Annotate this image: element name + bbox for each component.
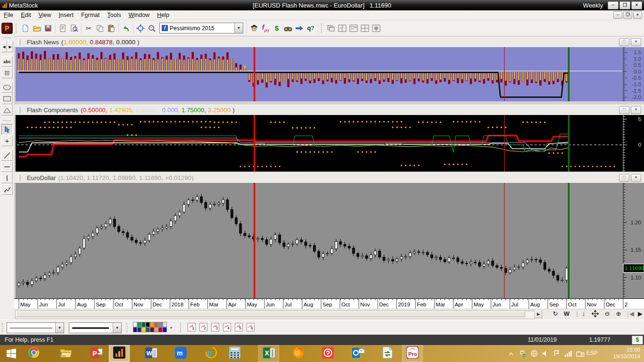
panel-grip[interactable] [18,39,20,45]
layout-chart-button[interactable] [348,23,359,34]
quotes-button[interactable]: q? [305,23,316,34]
menu-tools[interactable]: Tools [103,11,124,19]
menu-window[interactable]: Window [125,11,153,19]
color-swatch[interactable] [158,327,163,332]
color-swatch[interactable] [137,322,141,327]
panel-grip[interactable] [18,107,20,113]
zoom-tool-button[interactable] [146,23,157,34]
ellipse-tool-button[interactable] [1,82,13,93]
minimize-button[interactable]: – [608,1,619,9]
child-close-button[interactable]: × [633,11,642,19]
color-swatch[interactable] [133,327,137,332]
panel-close-button[interactable]: × [631,174,641,182]
taskbar-pro-button[interactable]: Pro [402,345,423,362]
system-tester-button[interactable]: $ [271,23,282,34]
child-minimize-button[interactable]: – [613,11,622,19]
taskbar-clock[interactable]: 22:00 19/10/2019 [613,346,640,360]
usb-icon[interactable] [519,350,526,359]
child-restore-button[interactable]: ❒ [623,11,632,19]
taskbar-chrome-button[interactable] [24,345,44,362]
color-swatch[interactable] [154,322,158,327]
currency-button[interactable]: $ [632,336,643,345]
template-button-2[interactable]: 2 [199,323,207,331]
combo-dropdown-button[interactable]: ▼ [113,323,121,333]
taskbar-explorer-button[interactable] [56,345,76,362]
panel-header-flash-components[interactable]: Flash Components (0.50000, 1.42905, 0.66… [14,105,644,115]
eurodollar-chart[interactable]: 1.201.151.101.11690 [14,183,644,298]
template-button-5[interactable]: 5 [235,323,243,331]
refresh-button[interactable]: ↻ [551,310,560,317]
scroll-left-button[interactable]: ◀ [1,41,7,52]
date-axis[interactable]: MayJunJulAugSepOctNovDec2018FebMarAprMay… [14,298,644,309]
volume-icon[interactable] [542,350,549,359]
crosshair-tool-button[interactable]: + [1,135,13,146]
color-swatch[interactable] [158,322,163,327]
panel-header-eurodollar[interactable]: EuroDollar (1.10420, 1.11720, 1.09890, 1… [14,173,644,183]
layout-copy-button[interactable] [325,23,337,34]
taskbar-help-button[interactable]: ? [317,345,338,362]
panel-header-flash-news[interactable]: Flash News (1.00000, 0.84878, 0.0000 ) □… [14,37,644,48]
explorer-search-button[interactable] [282,23,294,34]
menu-file[interactable]: File [0,11,17,19]
template-combo[interactable]: f Pessimismo 2015 ▼ [159,23,243,33]
network-icon[interactable] [531,350,537,359]
periodicity-w-button[interactable]: W [562,310,571,317]
tray-expand-icon[interactable] [508,350,514,359]
color-swatch[interactable] [150,322,154,327]
panel-close-button[interactable]: × [631,106,641,114]
layout-split-button[interactable] [337,23,348,34]
horizontal-scrollbar[interactable] [15,311,535,319]
taskbar-powerpoint-button[interactable]: P [86,345,107,362]
menu-help[interactable]: Help [153,11,173,19]
color-swatch[interactable] [146,327,150,332]
panel-restore-button[interactable]: □ [619,106,629,114]
color-swatch[interactable] [133,322,137,327]
copy-button[interactable] [94,23,106,34]
layout-grid-button[interactable] [359,23,371,34]
signal-icon[interactable] [565,350,572,359]
zoom-in-button[interactable]: ⊕ [614,310,623,317]
page-right-button[interactable]: ▶ [636,310,644,317]
line-style-combo[interactable]: ▼ [7,322,64,333]
combo-dropdown-button[interactable]: ▼ [55,323,64,333]
new-chart-button[interactable] [20,23,31,34]
color-swatch[interactable] [150,327,154,332]
horizontal-line-tool-button[interactable] [1,161,13,172]
panel-restore-button[interactable]: □ [619,38,629,46]
open-button[interactable] [31,23,42,34]
menu-edit[interactable]: Edit [17,11,35,19]
vertical-zoom-button[interactable]: ↕ [579,310,588,317]
grid-tool-button[interactable] [1,67,13,78]
template-button-6[interactable]: 6 [247,323,255,331]
panel-grip[interactable] [18,175,20,181]
print-button[interactable] [57,23,68,34]
cut-button[interactable]: ✂ [83,23,94,34]
template-button-3[interactable]: 3 [211,323,219,331]
scroll-right-button[interactable]: ▶ [8,41,13,52]
text-tool-button[interactable]: abc [1,56,13,67]
flash-news-chart[interactable]: 1.51.00.50.0-0.5-1.0-1.5-2.0 [14,47,644,101]
flash-components-chart[interactable]: 50 [14,115,644,172]
zoom-out-button[interactable]: ⊖ [603,310,612,317]
crosshair-pointer-button[interactable] [135,23,146,34]
pointer-tool-button[interactable] [1,124,13,135]
downloader-button[interactable] [294,23,305,34]
triangle-tool-button[interactable] [1,105,13,115]
action-center-icon[interactable] [553,350,560,359]
taskbar-maxthon-button[interactable]: m [170,345,191,362]
template-button-4[interactable]: 4 [223,323,231,331]
close-button[interactable]: × [631,1,642,9]
color-swatch[interactable] [137,327,141,332]
start-button[interactable] [0,345,23,362]
taskbar-ie-button[interactable]: e [201,345,222,362]
color-swatch[interactable] [163,327,167,332]
taskbar-excel-button[interactable]: X [258,345,279,362]
color-swatch[interactable] [154,327,158,332]
scroll-right-arrow-button[interactable]: ▶ [535,311,542,318]
template-button-1[interactable]: 1 [188,323,196,331]
vertical-line-tool-button[interactable] [1,173,13,183]
save-button[interactable] [42,23,54,34]
pan-button[interactable] [590,310,600,319]
color-swatch[interactable] [141,322,146,327]
color-swatch[interactable] [141,327,146,332]
